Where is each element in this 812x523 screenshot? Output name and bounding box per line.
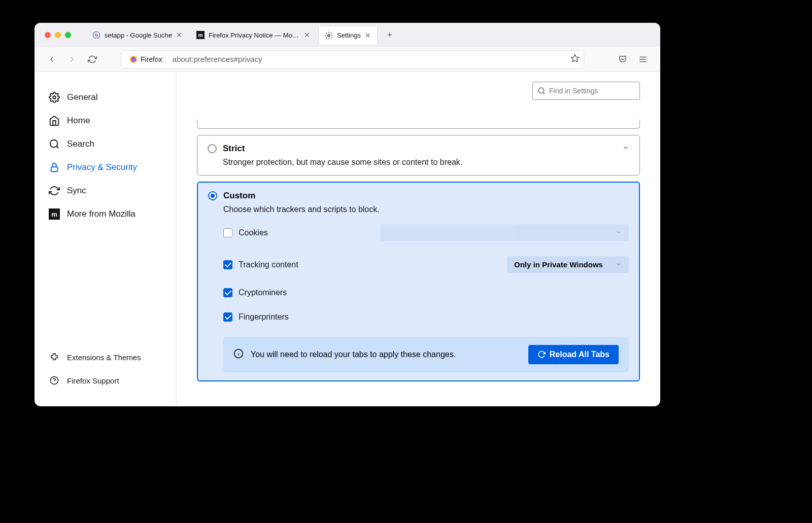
app-menu-button[interactable] [636,52,650,66]
reload-button-label: Reload All Tabs [550,350,610,359]
settings-sidebar: General Home Search Privacy & Security S… [35,72,177,406]
maximize-window-button[interactable] [65,32,71,38]
bookmark-star-icon[interactable] [570,54,580,65]
chevron-down-icon [616,228,622,237]
close-window-button[interactable] [45,32,51,38]
panel-strict[interactable]: Strict Stronger protection, but may caus… [197,135,640,176]
option-cryptominers: Cryptominers [223,288,629,297]
help-icon [49,375,60,386]
svg-line-15 [543,92,545,94]
close-tab-icon[interactable]: ✕ [365,31,371,40]
checkbox-cryptominers[interactable] [223,288,232,297]
sidebar-item-label: Privacy & Security [67,162,137,172]
reload-icon [537,351,546,359]
sidebar-item-label: Search [67,139,94,149]
sidebar-item-label: Firefox Support [67,376,119,385]
svg-point-8 [53,96,56,99]
tab-0[interactable]: setapp - Google Suche ✕ [86,26,188,44]
close-tab-icon[interactable]: ✕ [304,31,310,39]
option-cookies: Cookies [223,224,629,241]
radio-custom-selected[interactable] [208,191,217,200]
option-fingerprinters: Fingerprinters [223,312,629,322]
custom-options: Cookies Tracking content Only in Private… [223,224,629,322]
panel-title: Custom [223,191,255,201]
sidebar-item-label: Sync [67,186,86,196]
tab-title: Firefox Privacy Notice — Mozilla [209,31,300,39]
option-label: Tracking content [239,260,298,269]
option-label: Fingerprinters [239,312,289,322]
panel-standard-partial[interactable] [197,120,640,129]
gear-icon [49,92,60,103]
tab-title: setapp - Google Suche [105,31,172,39]
lock-icon [49,162,60,173]
back-button[interactable] [45,52,59,66]
option-label: Cookies [239,228,268,237]
search-settings-box [532,82,640,100]
reload-all-tabs-button[interactable]: Reload All Tabs [528,345,619,364]
search-icon [537,87,546,97]
sidebar-item-sync[interactable]: Sync [41,180,170,201]
url-text: about:preferences#privacy [173,55,262,63]
minimize-window-button[interactable] [55,32,61,38]
sidebar-item-general[interactable]: General [41,87,170,108]
google-favicon [92,31,100,39]
sidebar-item-support[interactable]: Firefox Support [41,370,170,391]
reload-message: You will need to reload your tabs to app… [251,348,521,361]
mozilla-favicon: m [196,31,205,39]
forward-button[interactable] [65,52,79,66]
firefox-brand-label: Firefox [141,55,162,63]
window-controls [45,32,71,38]
pocket-icon[interactable] [616,52,630,66]
panel-custom: Custom Choose which trackers and scripts… [197,182,640,381]
checkbox-cookies[interactable] [223,228,232,237]
sidebar-item-label: General [67,92,97,102]
checkbox-fingerprinters[interactable] [223,312,232,322]
option-tracking: Tracking content Only in Private Windows [223,256,629,273]
select-value: Only in Private Windows [514,260,603,269]
sidebar-item-extensions[interactable]: Extensions & Themes [41,346,170,368]
tab-1[interactable]: m Firefox Privacy Notice — Mozilla ✕ [190,26,316,44]
chevron-down-icon[interactable] [622,144,629,153]
firefox-brand-badge: Firefox [125,53,166,65]
reload-notice: You will need to reload your tabs to app… [223,337,629,372]
sidebar-nav: General Home Search Privacy & Security S… [35,87,176,225]
puzzle-icon [49,352,60,363]
sidebar-item-home[interactable]: Home [41,110,170,131]
sidebar-item-label: Extensions & Themes [67,353,141,362]
panel-description: Choose which trackers and scripts to blo… [223,205,629,214]
svg-point-9 [50,140,58,148]
content-area: General Home Search Privacy & Security S… [35,72,660,406]
new-tab-button[interactable]: + [383,28,397,42]
toolbar: Firefox about:preferences#privacy [35,47,660,72]
cookies-select[interactable] [380,224,629,241]
firefox-icon [129,55,138,63]
sidebar-item-label: Home [67,116,90,126]
svg-point-1 [328,34,330,37]
panel-description: Stronger protection, but may cause some … [223,158,629,167]
sync-icon [49,185,60,196]
checkbox-tracking[interactable] [223,260,232,269]
mozilla-icon: m [49,208,60,220]
svg-marker-4 [571,54,579,61]
reload-button[interactable] [85,52,99,66]
home-icon [49,115,60,126]
sidebar-item-privacy[interactable]: Privacy & Security [41,157,170,178]
panel-header: Custom [208,191,629,201]
sidebar-item-search[interactable]: Search [41,133,170,155]
sidebar-bottom: Extensions & Themes Firefox Support [35,346,176,391]
tab-2-active[interactable]: Settings ✕ [318,26,378,44]
sidebar-item-label: More from Mozilla [67,209,136,219]
tab-title: Settings [337,31,361,39]
titlebar: setapp - Google Suche ✕ m Firefox Privac… [35,23,660,47]
panel-title: Strict [223,144,245,154]
tracking-select[interactable]: Only in Private Windows [507,256,629,273]
svg-point-3 [131,57,136,61]
browser-window: setapp - Google Suche ✕ m Firefox Privac… [35,23,660,406]
url-bar[interactable]: Firefox about:preferences#privacy [121,50,584,68]
radio-strict[interactable] [208,144,217,153]
sidebar-item-more-mozilla[interactable]: m More from Mozilla [41,203,170,225]
search-settings-input[interactable] [532,82,640,100]
close-tab-icon[interactable]: ✕ [176,31,182,39]
search-icon [49,138,60,150]
option-label: Cryptominers [239,288,287,297]
